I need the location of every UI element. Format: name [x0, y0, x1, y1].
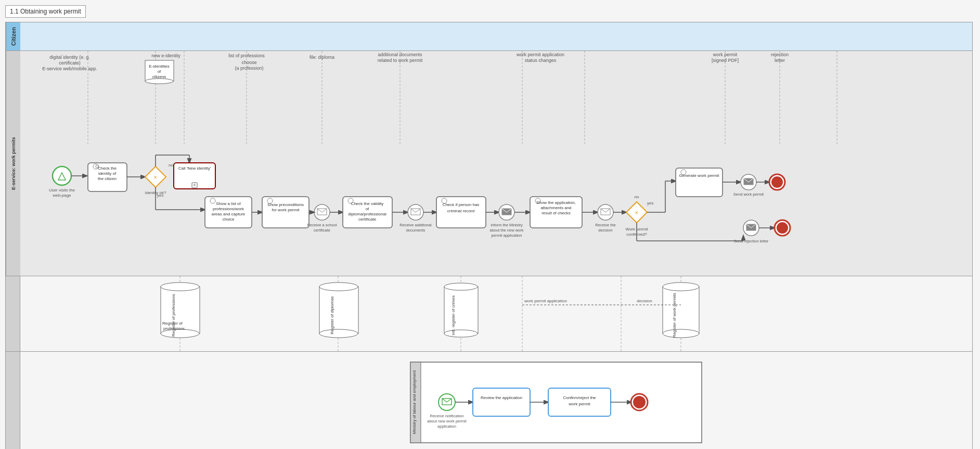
svg-text:no: no: [635, 195, 639, 199]
svg-text:E-identities: E-identities: [149, 64, 170, 69]
svg-text:letter: letter: [775, 58, 785, 63]
svg-text:rejection: rejection: [771, 52, 789, 57]
svg-rect-167: [663, 287, 699, 333]
svg-text:Receive the: Receive the: [595, 223, 616, 227]
svg-rect-65: [262, 197, 309, 228]
svg-text:application: application: [437, 424, 456, 429]
svg-text:✕: ✕: [635, 210, 639, 215]
svg-text:(a profession): (a profession): [235, 66, 263, 71]
svg-text:Receive a school: Receive a school: [307, 223, 337, 227]
svg-point-136: [771, 176, 783, 188]
svg-text:additional documents: additional documents: [378, 52, 422, 57]
svg-text:Inform the Ministry: Inform the Ministry: [491, 223, 523, 227]
svg-text:Check if person has: Check if person has: [443, 202, 480, 207]
svg-point-19: [145, 79, 173, 84]
svg-point-197: [633, 396, 646, 408]
svg-point-148: [777, 222, 788, 234]
eservice-lane-label: E-service: work permits: [6, 51, 20, 276]
citizen-lane-label: Citizen: [6, 22, 20, 50]
svg-text:list of professions: list of professions: [228, 53, 265, 58]
bpmn-diagram: digital identity (e. g. certificate) E-s…: [20, 51, 970, 275]
svg-rect-161: [319, 287, 358, 333]
svg-rect-189: [473, 388, 530, 416]
datastores-svg: Register of Register of professions: [20, 276, 970, 352]
svg-text:Ministry of labour and employm: Ministry of labour and employment: [412, 370, 417, 434]
svg-point-162: [319, 283, 358, 291]
svg-text:Intl. register of crimes: Intl. register of crimes: [451, 296, 456, 335]
svg-text:yes: yes: [647, 201, 653, 206]
svg-text:professions/work: professions/work: [213, 207, 244, 211]
svg-point-166: [444, 330, 478, 337]
svg-point-156: [161, 283, 199, 291]
svg-text:User visits the: User visits the: [49, 188, 75, 193]
svg-text:+: +: [193, 182, 196, 188]
svg-text:new e-identity: new e-identity: [151, 53, 180, 58]
svg-text:decision: decision: [637, 299, 652, 303]
svg-point-169: [663, 329, 699, 338]
svg-text:choice: choice: [222, 217, 235, 222]
svg-text:[signed PDF]: [signed PDF]: [712, 58, 739, 63]
svg-text:Generate work permit: Generate work permit: [679, 173, 720, 178]
svg-text:identity of: identity of: [98, 171, 117, 176]
svg-text:work permit application: work permit application: [524, 299, 567, 303]
svg-text:diploma/professional: diploma/professional: [348, 212, 386, 216]
svg-text:Register of professions: Register of professions: [171, 294, 176, 337]
svg-text:criminal record: criminal record: [447, 209, 474, 213]
page: 1.1 Obtaining work permit Citizen E-serv…: [0, 0, 980, 449]
svg-text:web-page: web-page: [52, 193, 71, 198]
svg-point-163: [319, 329, 358, 338]
svg-text:result of checks: result of checks: [541, 211, 571, 215]
svg-text:of: of: [158, 69, 161, 74]
svg-text:Call 'New identity': Call 'New identity': [178, 166, 211, 171]
svg-text:Send rejection letter: Send rejection letter: [734, 239, 769, 243]
svg-rect-164: [444, 287, 478, 333]
svg-text:yes: yes: [157, 193, 163, 198]
svg-text:about new work permit: about new work permit: [427, 419, 467, 424]
svg-text:Show preconditions: Show preconditions: [267, 202, 304, 207]
ministry-svg: Ministry of labour and employment Receiv…: [20, 352, 970, 449]
svg-rect-125: [676, 168, 723, 197]
svg-text:Send work permit: Send work permit: [733, 192, 764, 197]
svg-text:decision: decision: [598, 228, 613, 233]
svg-text:Review the application: Review the application: [481, 395, 522, 400]
svg-text:of: of: [366, 207, 369, 211]
svg-text:Receive notification: Receive notification: [430, 414, 463, 418]
svg-text:Confirm/reject the: Confirm/reject the: [563, 395, 596, 400]
svg-text:Check the validity: Check the validity: [351, 201, 384, 206]
svg-text:work permit: work permit: [568, 402, 590, 406]
svg-text:areas and capture: areas and capture: [212, 212, 246, 216]
svg-text:no: no: [169, 163, 173, 168]
svg-text:Register of work permits: Register of work permits: [672, 293, 677, 338]
svg-text:file: diploma: file: diploma: [310, 55, 334, 60]
diagram-title: 1.1 Obtaining work permit: [5, 5, 86, 18]
svg-text:about the new work: about the new work: [489, 228, 523, 233]
svg-text:✕: ✕: [153, 175, 158, 180]
svg-text:work permit application: work permit application: [516, 52, 564, 57]
svg-text:work permit: work permit: [713, 52, 738, 57]
svg-text:Register of diplomas: Register of diplomas: [330, 297, 334, 335]
svg-text:Receive additional: Receive additional: [399, 223, 432, 227]
main-pool: Citizen E-service: work permits: [5, 22, 973, 449]
svg-text:permit application: permit application: [492, 233, 522, 238]
svg-text:digital identity (e. g.: digital identity (e. g.: [49, 55, 90, 60]
svg-text:the citizen: the citizen: [98, 176, 117, 181]
svg-text:E-service web/mobile app.: E-service web/mobile app.: [42, 66, 97, 71]
svg-text:status changes: status changes: [525, 58, 557, 63]
svg-text:certificate): certificate): [59, 60, 81, 66]
svg-text:related to work permit: related to work permit: [378, 58, 423, 63]
svg-text:choose: choose: [241, 60, 256, 65]
svg-text:Check the: Check the: [98, 166, 117, 171]
svg-text:for work permit: for work permit: [272, 208, 300, 212]
svg-point-165: [444, 283, 478, 290]
svg-text:attachments and: attachments and: [540, 206, 571, 210]
svg-text:Show a list of: Show a list of: [216, 201, 241, 206]
svg-point-32: [53, 166, 71, 185]
svg-text:documents: documents: [406, 228, 425, 233]
svg-text:certificate: certificate: [358, 217, 377, 222]
svg-text:Show the application,: Show the application,: [536, 200, 576, 205]
svg-point-168: [663, 283, 699, 291]
svg-text:certificate: certificate: [314, 228, 330, 233]
